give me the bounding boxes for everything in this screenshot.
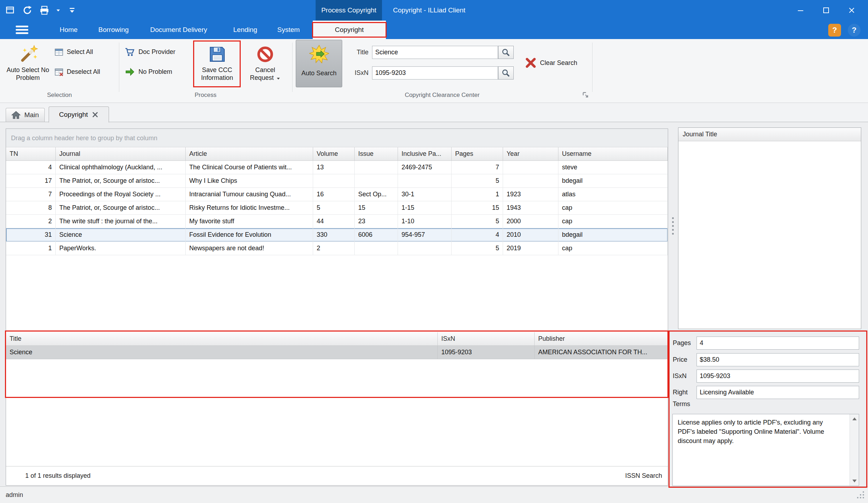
clear-search-button[interactable]: Clear Search [525,57,592,69]
titlebar: Process Copyright Copyright - ILLiad Cli… [0,0,868,21]
tab-copyright[interactable]: Copyright [313,21,386,39]
window-title: Copyright - ILLiad Client [393,0,465,21]
grid-cell: 2019 [503,242,558,255]
close-tab-icon[interactable] [92,111,99,118]
column-header[interactable]: Volume [313,147,355,160]
deselect-all-button[interactable]: Deselect All [54,65,118,78]
grid-cell: 5 [452,174,503,188]
request-row[interactable]: 17The Patriot, or, Scourge of aristoc...… [6,174,668,188]
grid-cell: 2 [6,215,56,228]
doc-provider-button[interactable]: Doc Provider [125,45,192,59]
save-ccc-information-button[interactable]: Save CCC Information [195,43,239,87]
grid-cell: 4 [6,161,56,174]
scroll-down-icon[interactable] [850,476,859,486]
column-header[interactable]: Year [503,147,558,160]
grid-cell: 2 [313,242,355,255]
column-header[interactable]: Title [6,332,438,345]
tab-home[interactable]: Home [60,21,78,39]
grid-cell: 1 [452,188,503,201]
grid-cell: 5 [452,242,503,255]
grid-cell: The Patriot, or, Scourge of aristoc... [56,174,186,188]
grid-cell: bdegail [558,228,668,242]
request-row[interactable]: 7Proceedings of the Royal Society ...Int… [6,188,668,201]
terms-scrollbar[interactable] [850,414,859,486]
request-row[interactable]: 2The write stuff : the journal of the...… [6,215,668,228]
close-button[interactable] [839,0,864,21]
column-header[interactable]: ISxN [438,332,535,345]
column-header[interactable]: Article [186,147,313,160]
right-field[interactable] [697,386,859,399]
cancel-dropdown-icon[interactable] [277,78,280,80]
grid-cell: My favorite stuff [186,215,313,228]
journal-title-header[interactable]: Journal Title [678,128,861,141]
pages-field[interactable] [697,337,859,350]
minimize-button[interactable] [788,0,813,21]
grid-cell [503,174,558,188]
grid-cell: AMERICAN ASSOCIATION FOR TH... [535,346,668,359]
result-row[interactable]: Science1095-9203AMERICAN ASSOCIATION FOR… [6,346,668,359]
grid-cell: 8 [6,201,56,215]
cancel-request-button[interactable]: Cancel Request [245,43,285,87]
column-header[interactable]: Issue [355,147,398,160]
deselect-all-icon [54,67,64,77]
tab-main[interactable]: Main [6,108,45,122]
terms-label: Terms [673,400,690,408]
title-search-button[interactable] [498,46,514,59]
magnifier-icon [501,48,511,57]
customize-quick-access-icon[interactable] [66,4,78,16]
column-header[interactable]: Username [558,147,668,160]
grid-cell: 13 [313,161,355,174]
grid-cell: 330 [313,228,355,242]
print-dropdown-icon[interactable] [55,4,61,16]
group-dialog-launcher-icon[interactable] [582,91,589,100]
column-header[interactable]: Journal [56,147,186,160]
isxn-search-button[interactable] [498,66,514,80]
no-problem-button[interactable]: No Problem [125,65,189,78]
grid-cell: 15 [355,201,398,215]
support-help-icon[interactable]: ? [828,24,841,37]
ccc-title-label: Title [337,46,369,59]
tab-copyright-document[interactable]: Copyright [49,106,109,122]
splitter-handle[interactable] [672,217,674,235]
new-window-icon[interactable] [4,4,16,16]
refresh-icon[interactable] [21,4,33,16]
resize-grip-icon[interactable] [856,490,865,499]
tab-borrowing[interactable]: Borrowing [98,21,129,39]
terms-box[interactable]: License applies only to article PDF's, e… [672,414,859,486]
request-row[interactable]: 4Clinical ophthalmology (Auckland, ...Th… [6,161,668,174]
column-header[interactable]: Pages [452,147,503,160]
tab-lending[interactable]: Lending [233,21,257,39]
column-header[interactable]: Publisher [535,332,668,345]
tab-system[interactable]: System [277,21,300,39]
tab-document-delivery[interactable]: Document Delivery [150,21,207,39]
grid-cell [355,174,398,188]
ccc-isxn-input[interactable] [372,66,498,80]
help-icon[interactable]: ? [848,24,861,37]
grid-cell [313,174,355,188]
maximize-button[interactable] [813,0,839,21]
column-header[interactable]: Inclusive Pa... [398,147,452,160]
grid-cell: 16 [313,188,355,201]
request-row[interactable]: 8The Patriot, or, Scourge of aristoc...R… [6,201,668,215]
grid-cell: 2469-2475 [398,161,452,174]
grid-cell: 7 [452,161,503,174]
price-field[interactable] [697,353,859,366]
scroll-up-icon[interactable] [850,414,859,423]
print-icon[interactable] [38,4,50,16]
auto-select-no-problem-button[interactable]: Auto Select No Problem [6,43,50,87]
grid-cell: Science [56,228,186,242]
auto-search-button[interactable]: Auto Search [296,40,342,87]
ccc-title-input[interactable] [372,46,498,59]
grid-cell: 1 [6,242,56,255]
grid-cell: 1923 [503,188,558,201]
isxn-field[interactable] [697,370,859,383]
grid-cell: 954-957 [398,228,452,242]
select-all-button[interactable]: Select All [54,45,114,59]
grid-cell: 2010 [503,228,558,242]
request-row[interactable]: 31ScienceFossil Evidence for Evolution33… [6,228,668,242]
save-ccc-label: Save CCC Information [195,66,239,82]
request-row[interactable]: 1PaperWorks.Newspapers are not dead!2520… [6,242,668,255]
column-header[interactable]: TN [6,147,56,160]
grid-cell: 5 [452,215,503,228]
hamburger-menu-icon[interactable] [14,24,30,38]
